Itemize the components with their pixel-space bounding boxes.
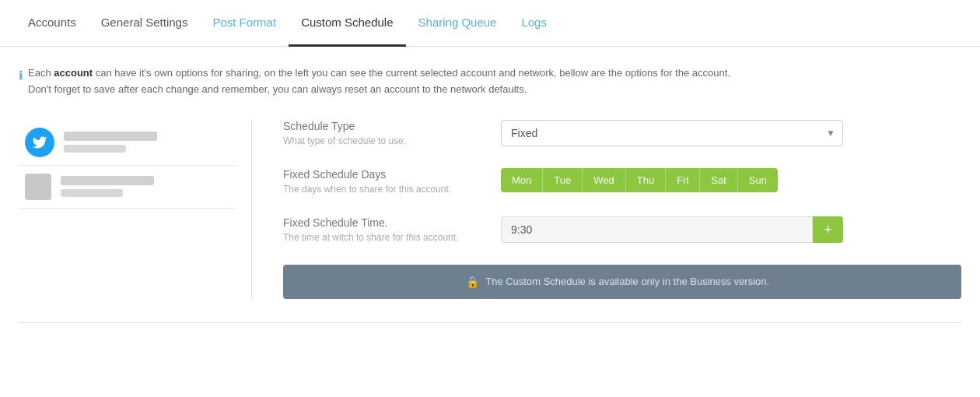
nav-logs[interactable]: Logs xyxy=(509,0,559,47)
info-icon: ℹ xyxy=(19,66,23,85)
day-btn-sun[interactable]: Sun xyxy=(738,168,778,192)
info-text-part1: Each xyxy=(28,67,51,79)
time-row: + xyxy=(501,216,843,243)
schedule-type-label: Schedule Type xyxy=(283,120,485,132)
schedule-time-label: Fixed Schedule Time. xyxy=(283,216,485,229)
account-name-blurred xyxy=(64,132,157,141)
info-text-bold: account xyxy=(54,67,93,79)
day-buttons-group: Mon Tue Wed Thu Fri Sat Sun xyxy=(501,168,961,192)
navigation: Accounts General Settings Post Format Cu… xyxy=(0,0,980,47)
info-text: Each account can have it's own options f… xyxy=(28,65,730,98)
account-info xyxy=(64,132,157,153)
day-btn-sat[interactable]: Sat xyxy=(700,168,738,192)
schedule-time-desc: The time at witch to share for this acco… xyxy=(283,232,485,243)
schedule-type-desc: What type of schedule to use. xyxy=(283,135,485,146)
info-bar: ℹ Each account can have it's own options… xyxy=(19,65,961,98)
schedule-type-select[interactable]: Fixed Optimized Custom xyxy=(501,120,843,146)
time-add-button[interactable]: + xyxy=(813,216,843,243)
account-item-twitter[interactable] xyxy=(19,120,236,166)
business-banner: 🔒 The Custom Schedule is available only … xyxy=(283,265,961,299)
info-text-part3: Don't forget to save after each change a… xyxy=(28,83,527,95)
nav-custom-schedule[interactable]: Custom Schedule xyxy=(289,0,405,47)
account-handle-blurred xyxy=(64,145,126,153)
account-info-2 xyxy=(61,176,154,197)
nav-sharing-queue[interactable]: Sharing Queue xyxy=(406,0,509,47)
banner-text: The Custom Schedule is available only in… xyxy=(485,276,769,287)
schedule-days-desc: The days when to share for this account. xyxy=(283,184,485,195)
info-text-part2: can have it's own options for sharing, o… xyxy=(96,67,730,79)
account-name-2-blurred xyxy=(61,176,154,185)
schedule-type-control: Fixed Optimized Custom ▼ xyxy=(501,120,961,146)
bottom-divider xyxy=(19,322,961,323)
lock-icon: 🔒 xyxy=(466,276,479,288)
avatar-blurred xyxy=(25,174,51,200)
schedule-days-row: Fixed Schedule Days The days when to sha… xyxy=(283,168,961,195)
day-btn-mon[interactable]: Mon xyxy=(501,168,543,192)
day-btn-fri[interactable]: Fri xyxy=(666,168,700,192)
account-item-other[interactable] xyxy=(19,166,236,209)
main-content: ℹ Each account can have it's own options… xyxy=(0,47,980,342)
schedule-days-label-col: Fixed Schedule Days The days when to sha… xyxy=(283,168,485,195)
banner-red-dot: . xyxy=(775,276,779,287)
account-handle-2-blurred xyxy=(61,189,123,197)
schedule-time-label-col: Fixed Schedule Time. The time at witch t… xyxy=(283,216,485,243)
nav-accounts[interactable]: Accounts xyxy=(16,0,89,47)
settings-panel: Schedule Type What type of schedule to u… xyxy=(252,120,961,299)
main-layout: Schedule Type What type of schedule to u… xyxy=(19,120,961,299)
twitter-avatar xyxy=(25,128,54,157)
schedule-days-control: Mon Tue Wed Thu Fri Sat Sun xyxy=(501,168,961,192)
schedule-days-label: Fixed Schedule Days xyxy=(283,168,485,181)
schedule-type-label-col: Schedule Type What type of schedule to u… xyxy=(283,120,485,146)
day-btn-tue[interactable]: Tue xyxy=(543,168,583,192)
nav-general-settings[interactable]: General Settings xyxy=(89,0,201,47)
day-btn-thu[interactable]: Thu xyxy=(626,168,666,192)
schedule-time-row: Fixed Schedule Time. The time at witch t… xyxy=(283,216,961,243)
time-input[interactable] xyxy=(501,216,813,243)
schedule-time-control: + xyxy=(501,216,961,243)
accounts-sidebar xyxy=(19,120,252,299)
other-avatar xyxy=(25,174,51,200)
schedule-type-select-wrapper: Fixed Optimized Custom ▼ xyxy=(501,120,843,146)
schedule-type-row: Schedule Type What type of schedule to u… xyxy=(283,120,961,146)
day-btn-wed[interactable]: Wed xyxy=(583,168,626,192)
nav-post-format[interactable]: Post Format xyxy=(200,0,289,47)
